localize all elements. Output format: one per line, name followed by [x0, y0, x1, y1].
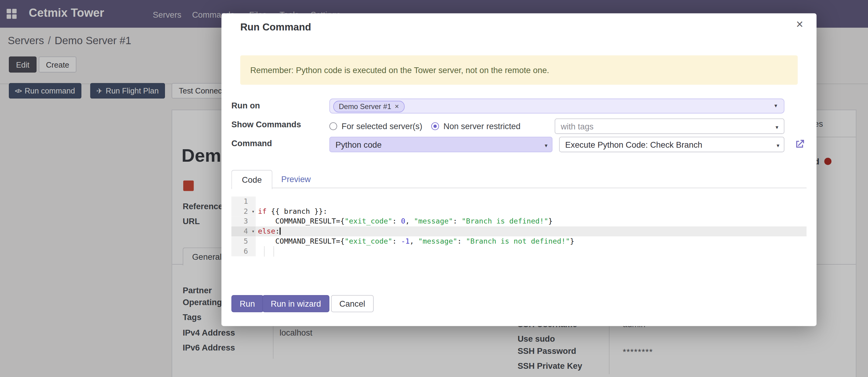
- radio-non-server-restricted[interactable]: Non server restricted: [431, 118, 521, 134]
- tab-underline: [231, 187, 807, 188]
- application-window: Cetmix Tower Servers Commands Files Tool…: [0, 0, 868, 377]
- close-icon[interactable]: ×: [793, 18, 807, 31]
- command-type-value: Python code: [335, 140, 382, 149]
- run-on-field[interactable]: Demo Server #1 ✕ ▾: [329, 99, 784, 114]
- with-tags-placeholder: with tags: [561, 121, 594, 131]
- command-record-value: Execute Python Code: Check Branch: [565, 140, 702, 149]
- chevron-down-icon[interactable]: ▾: [775, 102, 777, 108]
- text-cursor: [280, 228, 281, 235]
- chevron-down-icon: ▾: [545, 142, 548, 148]
- command-type-select[interactable]: Python code ▾: [329, 137, 552, 152]
- tab-preview-label: Preview: [281, 174, 311, 184]
- code-line-text[interactable]: COMMAND_RESULT={"exit_code": -1, "messag…: [256, 236, 807, 246]
- run-command-modal: Run Command × Remember: Python code is e…: [222, 13, 816, 326]
- tab-code[interactable]: Code: [231, 170, 272, 190]
- run-on-label: Run on: [231, 101, 260, 110]
- show-commands-label: Show Commands: [231, 120, 301, 129]
- tag-remove-icon[interactable]: ✕: [395, 104, 399, 110]
- modal-title: Run Command: [240, 22, 311, 33]
- radio-label-non-restricted: Non server restricted: [443, 121, 521, 130]
- code-editor[interactable]: 12▾if {{ branch }}:3 COMMAND_RESULT={"ex…: [231, 196, 807, 256]
- warning-alert: Remember: Python code is executed on the…: [240, 55, 798, 85]
- code-line-text[interactable]: COMMAND_RESULT={"exit_code": 0, "message…: [256, 216, 807, 227]
- code-line-text[interactable]: [256, 196, 807, 206]
- tab-preview[interactable]: Preview: [275, 170, 317, 188]
- fold-icon[interactable]: ▾: [252, 206, 255, 216]
- code-line[interactable]: 5 COMMAND_RESULT={"exit_code": -1, "mess…: [231, 236, 807, 246]
- chevron-down-icon: ▾: [775, 124, 778, 130]
- line-number: 4▾: [231, 227, 256, 237]
- radio-label-selected-servers: For selected server(s): [341, 121, 422, 130]
- code-line[interactable]: 6: [231, 246, 807, 256]
- line-number: 3: [231, 216, 256, 227]
- code-line-text[interactable]: else:: [256, 227, 807, 237]
- radio-icon-selected[interactable]: [431, 122, 439, 130]
- tab-code-label: Code: [242, 175, 262, 184]
- indent-guide: [264, 246, 265, 256]
- chevron-down-icon: ▾: [777, 142, 779, 148]
- command-record-select[interactable]: Execute Python Code: Check Branch ▾: [559, 137, 784, 152]
- radio-for-selected-servers[interactable]: For selected server(s): [329, 118, 422, 134]
- code-line[interactable]: 1: [231, 196, 807, 206]
- command-label: Command: [231, 138, 272, 148]
- indent-guide: [274, 246, 274, 256]
- line-number: 1: [231, 196, 256, 206]
- run-in-wizard-button[interactable]: Run in wizard: [262, 295, 329, 312]
- code-line-text[interactable]: if {{ branch }}:: [256, 206, 807, 216]
- line-number: 6: [231, 246, 256, 256]
- code-line[interactable]: 3 COMMAND_RESULT={"exit_code": 0, "messa…: [231, 216, 807, 227]
- external-link-icon[interactable]: [794, 138, 805, 150]
- radio-icon-unselected[interactable]: [329, 122, 337, 130]
- run-button[interactable]: Run: [231, 295, 263, 312]
- line-number: 2▾: [231, 206, 256, 216]
- cancel-button[interactable]: Cancel: [331, 295, 374, 312]
- code-line[interactable]: 4▾else:: [231, 227, 807, 237]
- line-number: 5: [231, 236, 256, 246]
- fold-icon[interactable]: ▾: [252, 227, 255, 237]
- server-tag[interactable]: Demo Server #1 ✕: [333, 101, 405, 112]
- code-line[interactable]: 2▾if {{ branch }}:: [231, 206, 807, 216]
- server-tag-label: Demo Server #1: [339, 102, 391, 111]
- code-line-text[interactable]: [256, 246, 807, 256]
- warning-alert-text: Remember: Python code is executed on the…: [250, 65, 549, 75]
- with-tags-select[interactable]: with tags ▾: [555, 118, 785, 134]
